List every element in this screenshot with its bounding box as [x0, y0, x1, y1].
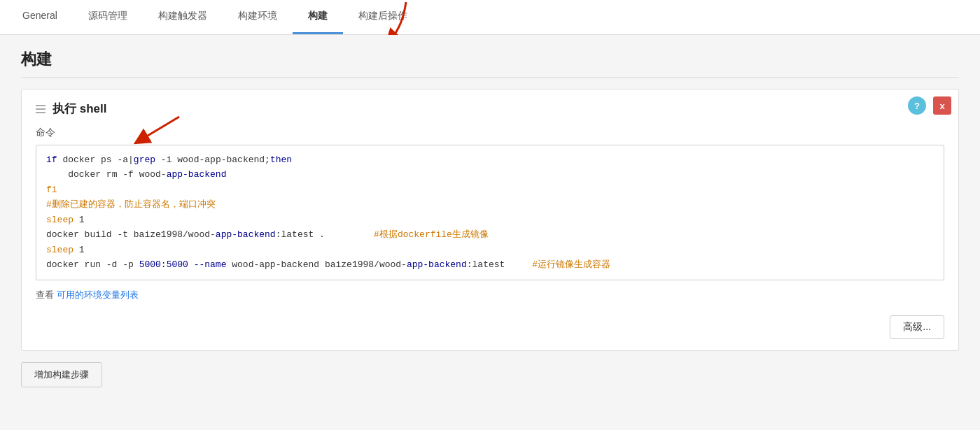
env-link[interactable]: 可用的环境变量列表: [57, 289, 139, 300]
tab-source[interactable]: 源码管理: [73, 0, 143, 34]
tab-post[interactable]: 构建后操作: [343, 0, 423, 34]
tab-build[interactable]: 构建: [293, 0, 343, 34]
code-editor[interactable]: if docker ps -a|grep -i wood-app-backend…: [36, 145, 944, 280]
section-title: 执行 shell: [52, 101, 106, 117]
advanced-button[interactable]: 高级...: [890, 315, 944, 339]
build-card: x ? 执行 shell 命令 if docker ps -a|grep -i …: [21, 89, 959, 351]
tab-general[interactable]: General: [7, 0, 73, 34]
tab-bar: General 源码管理 构建触发器 构建环境 构建 构建后操作: [0, 0, 980, 35]
section-header: 执行 shell: [36, 101, 944, 117]
page-title: 构建: [21, 49, 959, 78]
env-link-prefix: 查看: [36, 289, 54, 300]
tab-env[interactable]: 构建环境: [223, 0, 293, 34]
bottom-area: 增加构建步骤: [21, 362, 959, 387]
advanced-btn-row: 高级...: [36, 315, 944, 339]
cmd-label: 命令: [36, 127, 944, 139]
add-build-step-button[interactable]: 增加构建步骤: [21, 362, 102, 387]
env-link-row: 查看 可用的环境变量列表: [36, 289, 944, 301]
main-content: 构建 x ? 执行 shell 命令 if do: [0, 35, 980, 427]
tab-triggers[interactable]: 构建触发器: [143, 0, 223, 34]
drag-handle[interactable]: [36, 105, 46, 113]
